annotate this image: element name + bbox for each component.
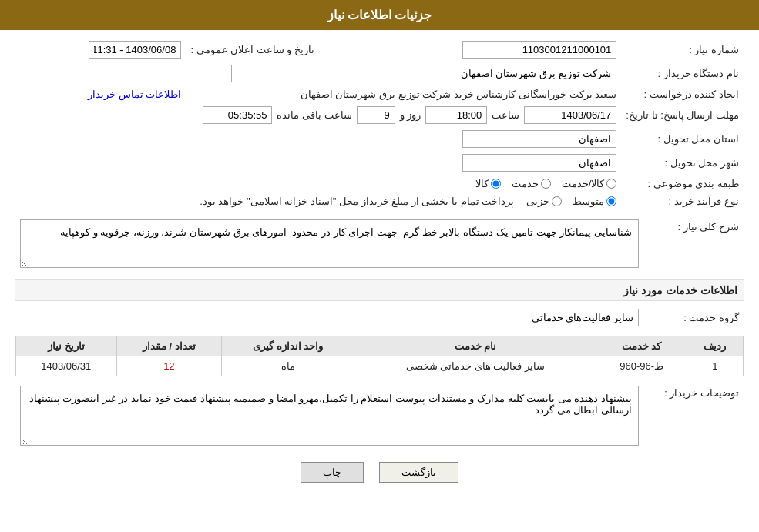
row-buyer-org: نام دستگاه خریدار : [15, 62, 744, 85]
subject-radio-kala-khedmat[interactable] [606, 179, 616, 189]
page-header: جزئیات اطلاعات نیاز [0, 0, 759, 30]
notes-table: توضیحات خریدار : پیشنهاد دهنده می بایست … [15, 383, 744, 451]
back-button[interactable]: بازگشت [379, 462, 458, 483]
contact-link-cell: اطلاعات تماس خریدار [15, 85, 186, 103]
response-remaining-label: ساعت باقی مانده [277, 109, 351, 121]
province-value [15, 127, 621, 151]
row-description: شرح کلی نیاز : شناسایی پیمانکار جهت تامی… [15, 216, 744, 273]
buttons-row: بازگشت چاپ [15, 462, 744, 483]
items-table-body: 1 ط-96-960 سایر فعالیت های خدماتی شخصی م… [16, 356, 744, 376]
items-table: ردیف کد خدمت نام خدمت واحد اندازه گیری ت… [15, 336, 744, 376]
buyer-org-label: نام دستگاه خریدار : [621, 62, 744, 85]
subject-option-khedmat[interactable]: خدمت [512, 178, 551, 189]
announce-date-label: تاریخ و ساعت اعلان عمومی : [186, 38, 319, 62]
city-value [15, 151, 621, 175]
table-row: 1 ط-96-960 سایر فعالیت های خدماتی شخصی م… [16, 356, 744, 376]
cell-unit: ماه [222, 356, 354, 376]
response-date-input[interactable] [524, 106, 616, 124]
service-group-table: گروه خدمت : [15, 306, 744, 330]
creator-value: سعید برکت خوراسگانی کارشناس خرید شرکت تو… [186, 85, 621, 103]
response-remaining-input[interactable] [203, 106, 272, 124]
row-service-group: گروه خدمت : [15, 306, 744, 330]
announce-date-input[interactable] [89, 41, 181, 59]
subject-label-kala: کالا [475, 178, 489, 189]
subject-option-kala-khedmat[interactable]: کالا/خدمت [562, 178, 617, 189]
subject-label: طبقه بندی موضوعی : [621, 175, 744, 192]
row-city: شهر محل تحویل : [15, 151, 744, 175]
notes-textarea[interactable]: پیشنهاد دهنده می بایست کلیه مدارک و مستن… [20, 386, 639, 446]
deadline-value: ساعت روز و ساعت باقی مانده [15, 103, 621, 127]
creator-text: سعید برکت خوراسگانی کارشناس خرید شرکت تو… [301, 89, 617, 100]
col-date: تاریخ نیاز [16, 336, 117, 356]
city-label: شهر محل تحویل : [621, 151, 744, 175]
page-wrapper: جزئیات اطلاعات نیاز شماره نیاز : تاریخ و… [0, 0, 759, 532]
service-group-input[interactable] [408, 309, 639, 326]
services-section-header: اطلاعات خدمات مورد نیاز [15, 279, 744, 301]
response-time-label: ساعت [492, 109, 519, 121]
description-table: شرح کلی نیاز : شناسایی پیمانکار جهت تامی… [15, 216, 744, 273]
main-info-table: شماره نیاز : تاریخ و ساعت اعلان عمومی : … [15, 38, 744, 210]
subject-option-kala[interactable]: کالا [475, 178, 501, 189]
deadline-row-flex: ساعت روز و ساعت باقی مانده [20, 106, 616, 124]
process-label-jozi: جزیی [526, 196, 549, 207]
cell-quantity: 12 [116, 356, 222, 376]
process-radio-jozi[interactable] [552, 196, 562, 206]
process-type-label: نوع فرآیند خرید : [621, 192, 744, 210]
cell-name: سایر فعالیت های خدماتی شخصی [354, 356, 596, 376]
response-days-label: روز و [400, 109, 421, 121]
items-table-header: ردیف کد خدمت نام خدمت واحد اندازه گیری ت… [16, 336, 744, 356]
contact-link[interactable]: اطلاعات تماس خریدار [88, 89, 181, 100]
subject-radios: کالا/خدمت خدمت کالا [15, 175, 621, 192]
province-input[interactable] [462, 130, 616, 148]
content-area: شماره نیاز : تاریخ و ساعت اعلان عمومی : … [0, 30, 759, 498]
row-deadline: مهلت ارسال پاسخ: تا تاریخ: ساعت روز و سا… [15, 103, 744, 127]
description-value: شناسایی پیمانکار جهت تامین یک دستگاه بال… [15, 216, 643, 273]
row-notes: توضیحات خریدار : پیشنهاد دهنده می بایست … [15, 383, 744, 451]
process-option-motavasset[interactable]: متوسط [573, 196, 616, 207]
process-type-row: متوسط جزیی پرداخت تمام یا بخشی از مبلغ خ… [20, 196, 616, 207]
col-row: ردیف [687, 336, 743, 356]
city-input[interactable] [462, 154, 616, 172]
buyer-org-input[interactable] [231, 65, 616, 82]
items-header-row: ردیف کد خدمت نام خدمت واحد اندازه گیری ت… [16, 336, 744, 356]
process-radio-motavasset[interactable] [606, 196, 616, 206]
need-number-label: شماره نیاز : [621, 38, 744, 62]
col-name: نام خدمت [354, 336, 596, 356]
subject-radio-khedmat[interactable] [541, 179, 551, 189]
subject-radio-kala[interactable] [491, 179, 501, 189]
row-province: استان محل تحویل : [15, 127, 744, 151]
row-need-number: شماره نیاز : تاریخ و ساعت اعلان عمومی : [15, 38, 744, 62]
process-option-jozi[interactable]: جزیی [526, 196, 562, 207]
need-number-value [350, 38, 621, 62]
response-time-input[interactable] [425, 106, 487, 124]
process-radio-group: متوسط جزیی [526, 196, 616, 207]
process-type-value: متوسط جزیی پرداخت تمام یا بخشی از مبلغ خ… [15, 192, 621, 210]
description-label: شرح کلی نیاز : [643, 216, 744, 273]
response-days-input[interactable] [357, 106, 395, 124]
notes-value: پیشنهاد دهنده می بایست کلیه مدارک و مستن… [15, 383, 643, 451]
row-creator: ایجاد کننده درخواست : سعید برکت خوراسگان… [15, 85, 744, 103]
creator-label: ایجاد کننده درخواست : [621, 85, 744, 103]
col-quantity: تعداد / مقدار [116, 336, 222, 356]
subject-radio-group: کالا/خدمت خدمت کالا [20, 178, 616, 189]
service-group-value [15, 306, 643, 330]
row-subject: طبقه بندی موضوعی : کالا/خدمت خدمت [15, 175, 744, 192]
cell-date: 1403/06/31 [16, 356, 117, 376]
page-title: جزئیات اطلاعات نیاز [327, 8, 432, 22]
subject-label-kala-khedmat: کالا/خدمت [562, 178, 605, 189]
process-label-motavasset: متوسط [573, 196, 604, 207]
deadline-label: مهلت ارسال پاسخ: تا تاریخ: [621, 103, 744, 127]
col-code: کد خدمت [596, 336, 687, 356]
subject-label-khedmat: خدمت [512, 178, 539, 189]
need-number-input[interactable] [462, 41, 616, 59]
notes-label: توضیحات خریدار : [643, 383, 744, 451]
province-label: استان محل تحویل : [621, 127, 744, 151]
cell-row: 1 [687, 356, 743, 376]
announce-date-value [15, 38, 186, 62]
services-section-title: اطلاعات خدمات مورد نیاز [623, 284, 737, 296]
col-unit: واحد اندازه گیری [222, 336, 354, 356]
print-button[interactable]: چاپ [301, 462, 364, 483]
process-note: پرداخت تمام یا بخشی از مبلغ خریداز محل "… [200, 196, 514, 207]
description-textarea[interactable]: شناسایی پیمانکار جهت تامین یک دستگاه بال… [20, 219, 639, 268]
service-group-label: گروه خدمت : [643, 306, 744, 330]
